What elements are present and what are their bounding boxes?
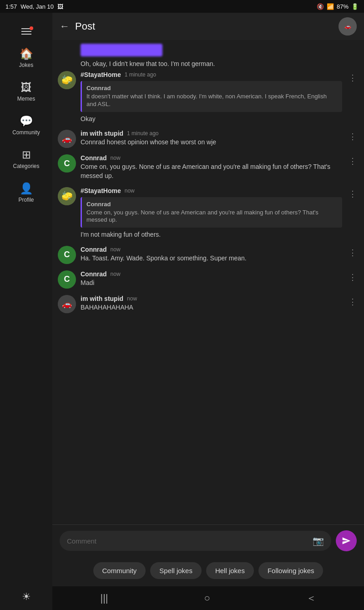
time: 1:57 [5, 3, 17, 10]
sidebar-item-memes[interactable]: 🖼 Memes [0, 75, 52, 108]
comment-text: Connrad honest opinion whose the worst o… [81, 138, 342, 147]
mute-icon: 🔇 [317, 3, 324, 10]
comment-menu-button[interactable]: ⋮ [347, 130, 359, 143]
sidebar-item-jokes[interactable]: 🏠 Jokes [0, 41, 52, 75]
svg-text:🚗: 🚗 [344, 23, 351, 30]
comment-menu-button[interactable]: ⋮ [347, 270, 359, 284]
camera-icon[interactable]: 📷 [313, 535, 324, 546]
comment-username: Connrad [81, 246, 107, 253]
comment-text: Come on, you guys. None of us are Americ… [81, 163, 342, 180]
send-button[interactable] [336, 530, 357, 551]
comment-username: im with stupid [81, 295, 123, 302]
categories-icon: ⊞ [22, 148, 31, 161]
comment-menu-button[interactable]: ⋮ [347, 246, 359, 259]
sidebar-categories-label: Categories [13, 163, 39, 169]
sidebar-theme-toggle[interactable]: ☀ [18, 584, 35, 610]
comment-username: Connrad [81, 270, 107, 278]
comment-header: im with stupid now [81, 295, 342, 302]
wifi-icon: 📶 [327, 3, 334, 10]
suggestion-chips: Community Spell jokes Hell jokes Followi… [52, 557, 364, 586]
comment-header: im with stupid 1 minute ago [81, 130, 342, 137]
avatar: C [58, 270, 76, 289]
memes-icon: 🖼 [21, 81, 32, 94]
comment-item: 🚗 im with stupid now BAHAHAHAHAHA ⋮ [58, 295, 359, 313]
gallery-icon: 🖼 [57, 3, 63, 10]
quote-block: Connrad Come on, you guys. None of us ar… [81, 197, 342, 228]
comment-body: im with stupid 1 minute ago Connrad hone… [81, 130, 342, 148]
home-icon: 🏠 [20, 47, 33, 60]
comment-text: Ha. Toast. Amy. Wade. Sponka or somethin… [81, 254, 342, 263]
comment-item: C Connrad now Ha. Toast. Amy. Wade. Spon… [58, 246, 359, 264]
nav-home[interactable]: ○ [204, 592, 210, 604]
quote-block: Connrad It doesn't matter what I think. … [81, 81, 342, 112]
comment-time: now [125, 188, 135, 194]
sidebar-item-community[interactable]: 💬 Community [0, 108, 52, 142]
quote-text: It doesn't matter what I think. I am nob… [86, 93, 338, 108]
sidebar-community-label: Community [12, 129, 40, 136]
avatar: C [58, 154, 76, 173]
comment-username: im with stupid [81, 130, 123, 137]
comment-text: I'm not making fun of others. [81, 230, 342, 239]
chip-community[interactable]: Community [93, 562, 146, 579]
user-avatar[interactable]: 🚗 [339, 17, 357, 36]
sidebar: 🏠 Jokes 🖼 Memes 💬 Community ⊞ Categories… [0, 13, 52, 610]
status-bar: 1:57 Wed, Jan 10 🖼 🔇 📶 87% 🔋 [0, 0, 364, 13]
avatar: 🧽 [58, 187, 76, 205]
partial-comment: Oh, okay, I didn't knew that too. I'm no… [58, 44, 359, 67]
sun-icon: ☀ [22, 591, 31, 603]
status-right: 🔇 📶 87% 🔋 [317, 3, 359, 10]
svg-text:🚗: 🚗 [62, 134, 72, 144]
comment-menu-button[interactable]: ⋮ [347, 71, 359, 85]
comment-placeholder: Comment [67, 537, 309, 545]
comment-menu-button[interactable]: ⋮ [347, 187, 359, 201]
sidebar-item-categories[interactable]: ⊞ Categories [0, 142, 52, 176]
chip-spell-jokes[interactable]: Spell jokes [150, 562, 202, 579]
nav-recent-apps[interactable]: ||| [100, 592, 108, 604]
comment-header: Connrad now [81, 270, 342, 278]
comment-body: Connrad now Ha. Toast. Amy. Wade. Sponka… [81, 246, 342, 264]
chip-following-jokes[interactable]: Following jokes [258, 562, 324, 579]
avatar: 🚗 [58, 295, 76, 313]
comment-body: im with stupid now BAHAHAHAHAHA [81, 295, 342, 313]
chip-hell-jokes[interactable]: Hell jokes [206, 562, 254, 579]
comment-item: C Connrad now Madi ⋮ [58, 270, 359, 289]
comment-username: Connrad [81, 154, 107, 162]
sidebar-profile-label: Profile [18, 197, 34, 203]
status-left: 1:57 Wed, Jan 10 🖼 [5, 3, 63, 10]
hamburger-menu[interactable] [18, 22, 35, 41]
comment-menu-button[interactable]: ⋮ [347, 154, 359, 168]
comment-time: now [127, 295, 137, 302]
battery-icon: 🔋 [351, 3, 359, 10]
comment-menu-button[interactable]: ⋮ [347, 295, 359, 309]
nav-back[interactable]: ＜ [306, 591, 316, 605]
comment-body: #StayatHome now Connrad Come on, you guy… [81, 187, 342, 239]
comment-input-area: Comment 📷 [52, 524, 364, 557]
comment-item: C Connrad now Come on, you guys. None of… [58, 154, 359, 180]
comment-input-box[interactable]: Comment 📷 [60, 531, 331, 551]
sidebar-item-profile[interactable]: 👤 Profile [0, 176, 52, 209]
comments-list: Oh, okay, I didn't knew that too. I'm no… [52, 40, 364, 524]
quote-author: Connrad [86, 201, 338, 208]
sidebar-memes-label: Memes [17, 96, 35, 102]
page-title: Post [75, 20, 333, 32]
comment-item: 🧽 #StayatHome now Connrad Come on, you g… [58, 187, 359, 239]
comment-item: 🚗 im with stupid 1 minute ago Connrad ho… [58, 130, 359, 148]
comment-username: #StayatHome [81, 71, 121, 78]
comment-header: #StayatHome now [81, 187, 342, 194]
comment-header: Connrad now [81, 246, 342, 253]
comment-text: Okay [81, 115, 342, 124]
avatar: C [58, 246, 76, 264]
comment-time: now [111, 246, 121, 253]
comment-time: now [111, 271, 121, 277]
comment-item: 🧽 #StayatHome 1 minute ago Connrad It do… [58, 71, 359, 123]
partial-comment-text: Oh, okay, I didn't knew that too. I'm no… [81, 60, 359, 67]
profile-icon: 👤 [20, 182, 33, 195]
comment-body: Connrad now Come on, you guys. None of u… [81, 154, 342, 180]
back-button[interactable]: ← [60, 20, 70, 32]
comment-username: #StayatHome [81, 187, 121, 194]
svg-text:🧽: 🧽 [61, 190, 73, 201]
svg-text:🧽: 🧽 [61, 74, 73, 85]
battery: 87% [337, 3, 349, 10]
comment-time: 1 minute ago [125, 71, 156, 78]
community-icon: 💬 [20, 115, 33, 127]
